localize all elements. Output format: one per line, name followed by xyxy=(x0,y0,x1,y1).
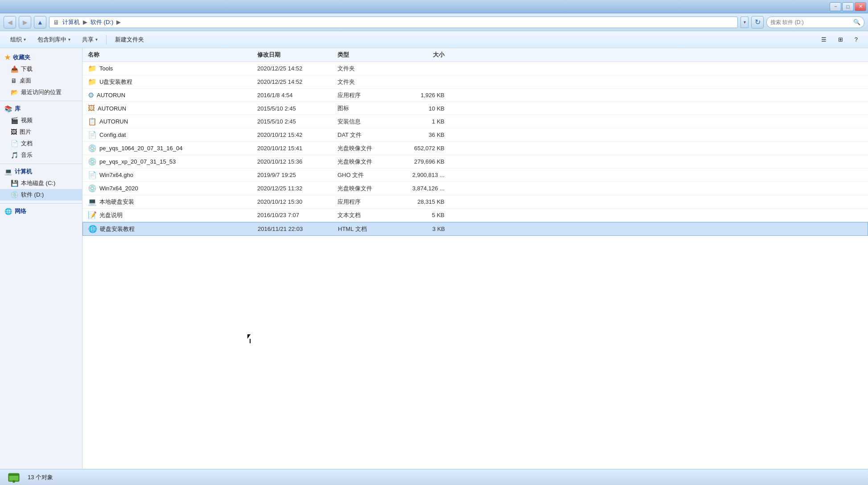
file-date-cell: 2020/10/12 15:42 xyxy=(257,132,337,138)
file-type-icon: 💿 xyxy=(88,184,97,193)
sidebar-item-download[interactable]: 📥 下载 xyxy=(0,63,82,75)
table-row[interactable]: ⚙ AUTORUN 2016/1/8 4:54 应用程序 1,926 KB xyxy=(82,89,868,102)
table-row[interactable]: 📄 Win7x64.gho 2019/9/7 19:25 GHO 文件 2,90… xyxy=(82,169,868,182)
file-rows: 📁 Tools 2020/12/25 14:52 文件夹 📁 U盘安装教程 20… xyxy=(82,62,868,236)
computer-icon: 🖥 xyxy=(53,19,59,26)
organize-button[interactable]: 组织 ▾ xyxy=(5,33,31,46)
file-name-cell: 📄 Config.dat xyxy=(88,131,257,139)
table-row[interactable]: 📝 光盘说明 2016/10/23 7:07 文本文档 5 KB xyxy=(82,209,868,222)
file-name-cell: 📋 AUTORUN xyxy=(88,117,257,126)
sidebar-item-video[interactable]: 🎬 视频 xyxy=(0,115,82,126)
favorites-header[interactable]: ★ 收藏夹 xyxy=(0,52,82,63)
computer-sidebar-icon: 💻 xyxy=(4,168,12,175)
col-name-header[interactable]: 名称 xyxy=(88,51,257,59)
sidebar-item-music[interactable]: 🎵 音乐 xyxy=(0,149,82,161)
desktop-label: 桌面 xyxy=(20,77,31,85)
file-date-cell: 2016/11/21 22:03 xyxy=(258,226,338,232)
help-button[interactable]: ? xyxy=(850,33,863,46)
share-button[interactable]: 共享 ▾ xyxy=(77,33,103,46)
file-size-cell: 3,874,126 ... xyxy=(400,185,453,192)
close-button[interactable]: ✕ xyxy=(855,2,866,11)
main-layout: ★ 收藏夹 📥 下载 🖥 桌面 📂 最近访问的位置 📚 库 xyxy=(0,48,868,469)
view-icon-button[interactable]: ⊞ xyxy=(833,33,848,46)
library-icon: 📚 xyxy=(4,105,12,112)
file-type-icon: 📝 xyxy=(88,211,97,219)
file-size-cell: 5 KB xyxy=(400,212,453,218)
sidebar-item-desktop[interactable]: 🖥 桌面 xyxy=(0,75,82,86)
file-size-cell: 279,696 KB xyxy=(400,158,453,165)
file-size-cell: 1,926 KB xyxy=(400,92,453,99)
document-icon: 📄 xyxy=(11,140,18,147)
path-drive[interactable]: 软件 (D:) xyxy=(89,18,115,26)
file-name-text: AUTORUN xyxy=(97,92,125,99)
maximize-button[interactable]: □ xyxy=(842,2,854,11)
file-type-icon: 📁 xyxy=(88,78,97,86)
file-date-cell: 2020/10/12 15:41 xyxy=(257,145,337,152)
titlebar: － □ ✕ xyxy=(0,0,868,13)
file-date-cell: 2020/10/12 15:30 xyxy=(257,198,337,205)
refresh-button[interactable]: ↻ xyxy=(751,16,764,29)
file-type-icon: 🌐 xyxy=(88,225,97,233)
toolbar-separator xyxy=(106,35,107,45)
file-type-icon: 📁 xyxy=(88,64,97,73)
file-date-cell: 2020/10/12 15:36 xyxy=(257,158,337,165)
file-name-cell: 💻 本地硬盘安装 xyxy=(88,197,257,206)
table-row[interactable]: 📋 AUTORUN 2015/5/10 2:45 安装信息 1 KB xyxy=(82,115,868,128)
download-label: 下载 xyxy=(21,65,33,73)
sidebar-item-d[interactable]: 💿 软件 (D:) xyxy=(0,189,82,201)
favorites-section: ★ 收藏夹 📥 下载 🖥 桌面 📂 最近访问的位置 xyxy=(0,52,82,98)
table-row[interactable]: 🖼 AUTORUN 2015/5/10 2:45 图标 10 KB xyxy=(82,102,868,115)
include-button[interactable]: 包含到库中 ▾ xyxy=(33,33,75,46)
sidebar-item-document[interactable]: 📄 文档 xyxy=(0,138,82,149)
search-input[interactable] xyxy=(770,19,852,25)
table-row[interactable]: 💿 pe_yqs_xp_20_07_31_15_53 2020/10/12 15… xyxy=(82,155,868,169)
col-date-header[interactable]: 修改日期 xyxy=(257,51,337,59)
file-type-cell: 光盘映像文件 xyxy=(337,158,400,166)
file-type-icon: 🖼 xyxy=(88,104,95,112)
image-label: 图片 xyxy=(20,128,31,136)
new-folder-button[interactable]: 新建文件夹 xyxy=(110,33,149,46)
table-row[interactable]: 🌐 硬盘安装教程 2016/11/21 22:03 HTML 文档 3 KB xyxy=(82,222,868,236)
file-name-text: 本地硬盘安装 xyxy=(99,198,134,206)
recent-icon: 📂 xyxy=(11,89,18,96)
table-row[interactable]: 💻 本地硬盘安装 2020/10/12 15:30 应用程序 28,315 KB xyxy=(82,195,868,209)
path-computer[interactable]: 计算机 xyxy=(61,18,81,26)
table-row[interactable]: 📄 Config.dat 2020/10/12 15:42 DAT 文件 36 … xyxy=(82,128,868,142)
library-header[interactable]: 📚 库 xyxy=(0,103,82,115)
table-row[interactable]: 📁 Tools 2020/12/25 14:52 文件夹 xyxy=(82,62,868,75)
sidebar-item-recent[interactable]: 📂 最近访问的位置 xyxy=(0,86,82,98)
network-icon: 🌐 xyxy=(4,208,12,215)
up-button[interactable]: ▲ xyxy=(34,16,46,29)
file-size-cell: 10 KB xyxy=(400,105,453,112)
svg-rect-2 xyxy=(8,474,19,476)
table-row[interactable]: 💿 Win7x64_2020 2020/12/25 11:32 光盘映像文件 3… xyxy=(82,182,868,195)
network-header[interactable]: 🌐 网络 xyxy=(0,206,82,217)
file-name-cell: 📄 Win7x64.gho xyxy=(88,171,257,179)
file-type-cell: 文件夹 xyxy=(337,65,400,73)
back-button[interactable]: ◀ xyxy=(4,16,16,29)
organize-label: 组织 xyxy=(10,36,22,44)
file-type-cell: DAT 文件 xyxy=(337,131,400,139)
file-size-cell: 1 KB xyxy=(400,118,453,125)
file-size-cell: 652,072 KB xyxy=(400,145,453,152)
toolbar-right: ☰ ⊞ ? xyxy=(816,33,863,46)
file-name-cell: 💿 Win7x64_2020 xyxy=(88,184,257,193)
address-dropdown[interactable]: ▾ xyxy=(740,16,749,28)
table-row[interactable]: 💿 pe_yqs_1064_20_07_31_16_04 2020/10/12 … xyxy=(82,142,868,155)
file-date-cell: 2015/5/10 2:45 xyxy=(257,118,337,125)
sidebar-item-image[interactable]: 🖼 图片 xyxy=(0,126,82,138)
network-section: 🌐 网络 xyxy=(0,206,82,217)
file-name-cell: 📁 U盘安装教程 xyxy=(88,78,257,86)
table-row[interactable]: 📁 U盘安装教程 2020/12/25 14:52 文件夹 xyxy=(82,75,868,89)
computer-header[interactable]: 💻 计算机 xyxy=(0,166,82,177)
file-type-cell: 安装信息 xyxy=(337,118,400,126)
video-icon: 🎬 xyxy=(11,117,18,124)
view-list-button[interactable]: ☰ xyxy=(816,33,831,46)
file-name-text: 硬盘安装教程 xyxy=(100,225,135,233)
sidebar-item-c[interactable]: 💾 本地磁盘 (C:) xyxy=(0,177,82,189)
file-date-cell: 2019/9/7 19:25 xyxy=(257,172,337,178)
col-size-header[interactable]: 大小 xyxy=(400,51,453,59)
col-type-header[interactable]: 类型 xyxy=(337,51,400,59)
forward-button[interactable]: ▶ xyxy=(19,16,31,29)
minimize-button[interactable]: － xyxy=(830,2,841,11)
